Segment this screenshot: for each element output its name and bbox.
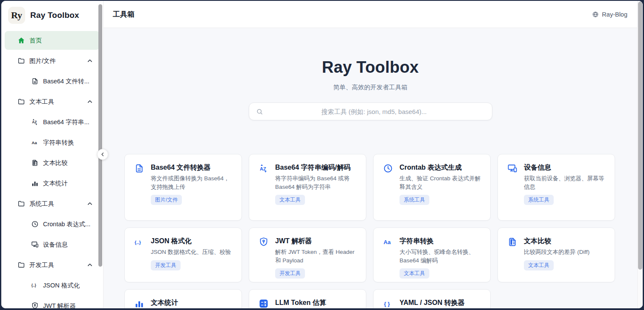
bar-chart-icon bbox=[134, 299, 144, 308]
chevron-up-icon bbox=[86, 200, 94, 208]
sidebar-item[interactable]: JWT 解析器 bbox=[5, 296, 100, 308]
search-input[interactable] bbox=[263, 108, 485, 115]
tool-card[interactable]: 设备信息获取当前设备、浏览器、屏幕等信息系统工具 bbox=[497, 154, 615, 221]
tool-card-category-badge: 文本工具 bbox=[400, 268, 429, 279]
sidebar-item-label: 系统工具 bbox=[29, 200, 54, 208]
chevron-up-icon bbox=[86, 98, 94, 105]
main-scrollbar-track bbox=[637, 1, 643, 308]
tool-card-body: AZBase64 字符串编码/解码将字符串编码为 Base64 或将 Base6… bbox=[259, 163, 356, 205]
chevron-up-icon bbox=[86, 261, 94, 269]
yaml-braces-icon: { } bbox=[383, 299, 393, 308]
sidebar-item[interactable]: Crontab 表达式... bbox=[5, 215, 100, 233]
tool-card[interactable]: Base64 文件转换器将文件或图像转换为 Base64，支持拖拽上传图片/文件 bbox=[124, 154, 242, 221]
tool-card-title: Base64 字符串编码/解码 bbox=[275, 163, 356, 172]
sort-az-icon: AZ bbox=[259, 163, 269, 205]
tool-card-description: 将字符串编码为 Base64 或将 Base64 解码为字符串 bbox=[275, 174, 356, 191]
sidebar-item[interactable]: {..}JSON 格式化 bbox=[5, 276, 100, 295]
tool-card-title: LLM Token 估算 bbox=[275, 298, 326, 307]
blog-link[interactable]: Ray-Blog bbox=[592, 11, 627, 18]
calculator-icon bbox=[259, 299, 269, 308]
file-text-icon bbox=[134, 163, 144, 205]
tool-card-body: Aa字符串转换大小写转换、驼峰命名转换、Base64 编解码文本工具 bbox=[383, 236, 481, 279]
tool-card[interactable]: AZBase64 字符串编码/解码将字符串编码为 Base64 或将 Base6… bbox=[249, 154, 366, 221]
tool-card-description: 比较两段文本的差异 (Diff) bbox=[524, 248, 589, 256]
sidebar-item-label: 文本比较 bbox=[43, 159, 68, 167]
topbar: 工具箱 Ray-Blog bbox=[104, 1, 643, 28]
tool-card-title: 文本统计 bbox=[151, 298, 178, 307]
tool-card-description: 解析 JWT Token，查看 Header 和 Payload bbox=[275, 248, 356, 264]
main-scrollbar-thumb[interactable] bbox=[638, 2, 642, 270]
devices-icon bbox=[507, 163, 518, 205]
sidebar-item[interactable]: Base64 文件转... bbox=[5, 72, 100, 91]
hero-title: Ray Toolbox bbox=[104, 58, 637, 77]
sidebar-item-label: Base64 字符串... bbox=[43, 118, 89, 126]
sidebar-item-label: JWT 解析器 bbox=[43, 302, 76, 309]
svg-text:Aa: Aa bbox=[384, 239, 391, 245]
tool-card-body: 设备信息获取当前设备、浏览器、屏幕等信息系统工具 bbox=[507, 163, 605, 205]
tool-card-body: 文本比较比较两段文本的差异 (Diff)文本工具 bbox=[507, 236, 605, 270]
search-icon bbox=[256, 108, 263, 115]
tool-card-body: Crontab 表达式生成生成、验证 Crontab 表达式并解释其含义系统工具 bbox=[383, 163, 481, 205]
page-title: 工具箱 bbox=[113, 9, 135, 19]
folder-icon bbox=[17, 98, 25, 105]
tool-card-body: Base64 文件转换器将文件或图像转换为 Base64，支持拖拽上传图片/文件 bbox=[134, 163, 232, 205]
sidebar-item-label: 开发工具 bbox=[29, 261, 54, 269]
sidebar-item[interactable]: Aa字符串转换 bbox=[5, 133, 100, 152]
sidebar: Ry Ray Toolbox 首页图片/文件Base64 文件转...文本工具A… bbox=[1, 1, 104, 308]
folder-icon bbox=[17, 261, 25, 269]
tool-card-description: 获取当前设备、浏览器、屏幕等信息 bbox=[524, 174, 605, 191]
sidebar-item-label: 首页 bbox=[29, 37, 42, 45]
json-braces-icon: {..} bbox=[134, 237, 144, 270]
hero-subtitle: 简单、高效的开发者工具箱 bbox=[104, 83, 637, 91]
sidebar-item-label: 字符串转换 bbox=[43, 139, 74, 147]
tool-card-title: JSON 格式化 bbox=[151, 236, 231, 246]
file-text-icon bbox=[31, 77, 39, 85]
tool-card-title: Crontab 表达式生成 bbox=[400, 163, 481, 172]
sidebar-header: Ry Ray Toolbox bbox=[1, 1, 103, 30]
chevron-left-icon bbox=[100, 151, 106, 157]
sidebar-collapse-button[interactable] bbox=[97, 149, 108, 160]
home-icon bbox=[17, 37, 25, 44]
sidebar-item[interactable]: 文本工具 bbox=[5, 92, 100, 111]
sidebar-item[interactable]: 开发工具 bbox=[5, 256, 100, 274]
folder-icon bbox=[17, 57, 25, 65]
sidebar-scrollbar-thumb[interactable] bbox=[98, 4, 102, 267]
sidebar-item[interactable]: 文本统计 bbox=[5, 174, 100, 193]
sidebar-item[interactable]: 设备信息 bbox=[5, 235, 100, 254]
sidebar-item[interactable]: AZBase64 字符串... bbox=[5, 113, 100, 131]
svg-text:Aa: Aa bbox=[32, 140, 37, 145]
tool-card[interactable]: 文本统计 bbox=[124, 289, 242, 308]
blog-link-label: Ray-Blog bbox=[602, 11, 627, 18]
tool-card-category-badge: 系统工具 bbox=[400, 195, 429, 205]
tool-card[interactable]: Crontab 表达式生成生成、验证 Crontab 表达式并解释其含义系统工具 bbox=[373, 154, 491, 221]
devices-icon bbox=[31, 241, 39, 248]
search-bar bbox=[249, 102, 492, 120]
tool-card[interactable]: {..}JSON 格式化JSON 数据格式化、压缩、校验开发工具 bbox=[124, 228, 242, 282]
sidebar-item[interactable]: 首页 bbox=[5, 31, 100, 50]
chevron-up-icon bbox=[86, 57, 94, 65]
svg-text:AZ: AZ bbox=[32, 120, 37, 124]
tool-card[interactable]: JWT 解析器解析 JWT Token，查看 Header 和 Payload开… bbox=[249, 228, 366, 282]
tool-card-category-badge: 开发工具 bbox=[275, 268, 305, 279]
sidebar-item[interactable]: 图片/文件 bbox=[5, 51, 100, 70]
tool-card-category-badge: 文本工具 bbox=[524, 260, 554, 270]
svg-text:{..}: {..} bbox=[32, 284, 37, 287]
svg-text:AZ: AZ bbox=[260, 166, 266, 171]
globe-icon bbox=[592, 11, 599, 18]
sidebar-item[interactable]: 文本比较 bbox=[5, 154, 100, 172]
sidebar-nav: 首页图片/文件Base64 文件转...文本工具AZBase64 字符串...A… bbox=[1, 30, 103, 308]
tool-card-body: LLM Token 估算 bbox=[259, 298, 356, 308]
app-window: Ry Ray Toolbox 首页图片/文件Base64 文件转...文本工具A… bbox=[1, 1, 643, 308]
tool-card-title: JWT 解析器 bbox=[275, 236, 356, 246]
tool-card-title: 设备信息 bbox=[524, 163, 605, 172]
tool-card[interactable]: { }YAML / JSON 转换器 bbox=[373, 289, 491, 308]
sidebar-item[interactable]: 系统工具 bbox=[5, 194, 100, 213]
tool-card[interactable]: Aa字符串转换大小写转换、驼峰命名转换、Base64 编解码文本工具 bbox=[373, 228, 491, 282]
tool-card-body: 文本统计 bbox=[134, 298, 232, 308]
tool-card-grid: Base64 文件转换器将文件或图像转换为 Base64，支持拖拽上传图片/文件… bbox=[124, 154, 615, 308]
tool-card-body: {..}JSON 格式化JSON 数据格式化、压缩、校验开发工具 bbox=[134, 236, 232, 270]
tool-card[interactable]: LLM Token 估算 bbox=[249, 289, 366, 308]
sidebar-item-label: 图片/文件 bbox=[29, 57, 56, 65]
tool-card[interactable]: 文本比较比较两段文本的差异 (Diff)文本工具 bbox=[497, 228, 615, 282]
json-braces-icon: {..} bbox=[31, 282, 39, 289]
